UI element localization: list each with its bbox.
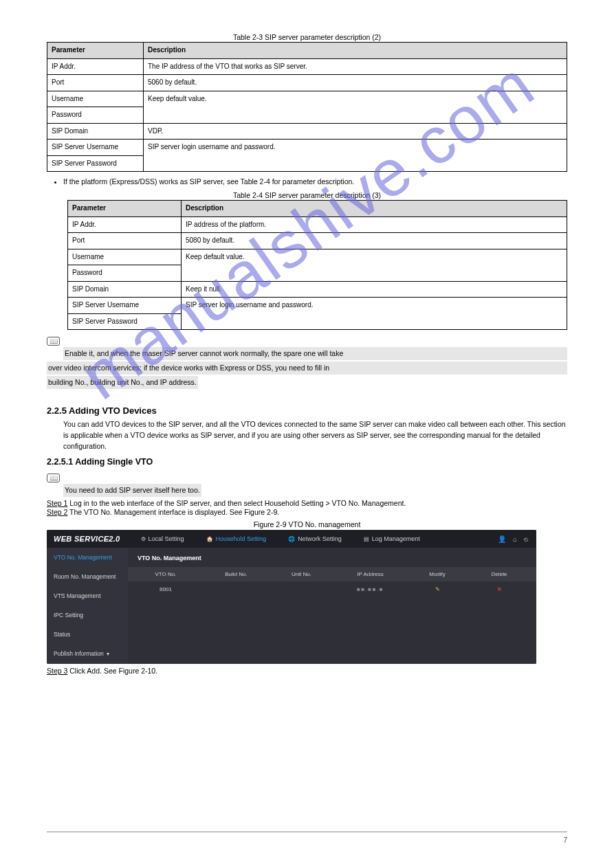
- note-body-2: You need to add SIP server itself here t…: [63, 484, 567, 498]
- t2-r2-desc: Keep default value.: [182, 249, 567, 281]
- th-unit: Unit No.: [269, 571, 334, 577]
- step3: Step 3 Click Add. See Figure 2-10.: [47, 667, 567, 675]
- step3-text: Click Add. See Figure 2-10.: [69, 667, 157, 675]
- t2-r4-param: SIP Domain: [68, 281, 182, 298]
- house-icon: 🏠: [206, 536, 213, 542]
- table1: Parameter Description IP Addr. The IP ad…: [47, 42, 567, 172]
- tab-house-label: Household Setting: [216, 535, 267, 542]
- ss-topbar: WEB SERVICE2.0 ⚙Local Setting 🏠Household…: [47, 530, 536, 548]
- table2-header-desc: Description: [182, 201, 567, 217]
- screenshot-figure: WEB SERVICE2.0 ⚙Local Setting 🏠Household…: [47, 530, 536, 664]
- tab-local-setting[interactable]: ⚙Local Setting: [130, 530, 195, 548]
- home-icon[interactable]: ⌂: [513, 535, 517, 543]
- th-ip: IP Address: [334, 571, 406, 577]
- section-heading: 2.2.5 Adding VTO Devices: [47, 405, 567, 416]
- t2-r1-param: Port: [68, 233, 182, 249]
- subsection-heading: 2.2.5.1 Adding Single VTO: [47, 457, 567, 467]
- t1-r2-param: Username: [47, 91, 144, 107]
- note-body: Enable it, and when the maser SIP server…: [63, 347, 567, 390]
- table2-header-param: Parameter: [68, 201, 182, 217]
- exit-icon[interactable]: ⎋: [524, 535, 528, 543]
- t2-r0-param: IP Addr.: [68, 216, 182, 233]
- note2-line: You need to add SIP server itself here t…: [63, 484, 201, 497]
- gear-icon: ⚙: [141, 536, 146, 542]
- tab-net-label: Network Setting: [298, 535, 342, 542]
- t2-r6-param: SIP Server Password: [68, 313, 182, 330]
- sidebar-item-vts[interactable]: VTS Management: [47, 586, 128, 605]
- sidebar-publish-label: Publish Information: [54, 650, 104, 657]
- note-line3: building No., building unit No., and IP …: [47, 376, 198, 389]
- step1: Step 1 Log in to the web interface of th…: [47, 499, 567, 507]
- figure-caption: Figure 2-9 VTO No. management: [47, 520, 567, 528]
- t2-r3-param: Password: [68, 265, 182, 282]
- chevron-down-icon: ▾: [107, 651, 109, 657]
- t1-r0-desc: The IP address of the VTO that works as …: [144, 58, 567, 75]
- doc-icon: ▤: [364, 536, 369, 542]
- tab-local-label: Local Setting: [149, 535, 184, 542]
- ss-content: VTO No. Management VTO No. Build No. Uni…: [128, 548, 536, 664]
- tab-log-management[interactable]: ▤Log Management: [353, 530, 431, 548]
- cell-vto: 8001: [128, 586, 204, 592]
- t1-r3-param: Password: [47, 107, 144, 124]
- sidebar-item-room[interactable]: Room No. Management: [47, 567, 128, 586]
- step1-label: Step 1: [47, 499, 67, 507]
- t1-r4-desc: VDP.: [144, 123, 567, 140]
- t1-r1-desc: 5060 by default.: [144, 75, 567, 91]
- step2-text: The VTO No. Management interface is disp…: [69, 508, 279, 516]
- t1-r2-desc: Keep default value.: [144, 91, 567, 123]
- t1-r5-desc: SIP server login username and password.: [144, 140, 567, 172]
- cell-build: [204, 586, 269, 592]
- tab-household-setting[interactable]: 🏠Household Setting: [195, 530, 278, 548]
- th-modify: Modify: [406, 571, 468, 577]
- t1-r0-param: IP Addr.: [47, 58, 144, 75]
- step1-text: Log in to the web interface of the SIP s…: [69, 499, 406, 507]
- tab-log-label: Log Management: [372, 535, 420, 542]
- t1-r5-param: SIP Server Username: [47, 140, 144, 156]
- page-number: 7: [563, 836, 567, 844]
- t2-r5-desc: SIP server login username and password.: [182, 298, 567, 330]
- footer-divider: [47, 832, 567, 832]
- delete-button[interactable]: ✕: [468, 586, 530, 592]
- note-icon-2: 📖: [47, 474, 60, 482]
- t2-r5-param: SIP Server Username: [68, 298, 182, 314]
- sidebar-item-status[interactable]: Status: [47, 625, 128, 644]
- section-body: You can add VTO devices to the SIP serve…: [63, 419, 567, 452]
- cell-ip: ■■.■■.■: [334, 586, 406, 592]
- table-row: 8001 ■■.■■.■ ✎ ✕: [128, 581, 536, 597]
- step2-label: Step 2: [47, 508, 67, 516]
- t1-r1-param: Port: [47, 75, 144, 91]
- t2-r2-param: Username: [68, 249, 182, 265]
- content-title: VTO No. Management: [128, 548, 536, 567]
- ss-sidebar: VTO No. Management Room No. Management V…: [47, 548, 128, 664]
- table1-header-param: Parameter: [47, 43, 144, 59]
- t2-r1-desc: 5080 by default.: [182, 233, 567, 249]
- intro-bullet: If the platform (Express/DSS) works as S…: [63, 176, 567, 187]
- table2-caption: Table 2-4 SIP server parameter descripti…: [47, 191, 567, 199]
- tab-network-setting[interactable]: 🌐Network Setting: [277, 530, 353, 548]
- cell-unit: [269, 586, 334, 592]
- modify-button[interactable]: ✎: [406, 586, 468, 592]
- table1-header-desc: Description: [144, 43, 567, 59]
- sidebar-item-publish[interactable]: Publish Information▾: [47, 644, 128, 663]
- note-line1: Enable it, and when the maser SIP server…: [63, 347, 567, 360]
- table-header: VTO No. Build No. Unit No. IP Address Mo…: [128, 567, 536, 581]
- intro-list: If the platform (Express/DSS) works as S…: [63, 176, 567, 187]
- step3-label: Step 3: [47, 667, 67, 675]
- sidebar-item-ipc[interactable]: IPC Setting: [47, 605, 128, 625]
- globe-icon: 🌐: [288, 536, 295, 542]
- th-build: Build No.: [204, 571, 269, 577]
- t2-r4-desc: Keep it null.: [182, 281, 567, 298]
- t2-r0-desc: IP address of the platform.: [182, 216, 567, 233]
- table2: Parameter Description IP Addr. IP addres…: [67, 200, 567, 330]
- user-icon[interactable]: 👤: [498, 535, 506, 543]
- th-vto: VTO No.: [128, 571, 204, 577]
- sidebar-item-vto[interactable]: VTO No. Management: [47, 548, 128, 567]
- t1-r4-param: SIP Domain: [47, 123, 144, 140]
- th-delete: Delete: [468, 571, 530, 577]
- ss-logo: WEB SERVICE2.0: [47, 535, 130, 543]
- t1-r6-param: SIP Server Password: [47, 155, 144, 172]
- note-line2: over video intercom services; if the dev…: [47, 361, 567, 375]
- step2: Step 2 The VTO No. Management interface …: [47, 508, 567, 516]
- note-icon: 📖: [47, 337, 60, 346]
- table1-caption: Table 2-3 SIP server parameter descripti…: [47, 33, 567, 41]
